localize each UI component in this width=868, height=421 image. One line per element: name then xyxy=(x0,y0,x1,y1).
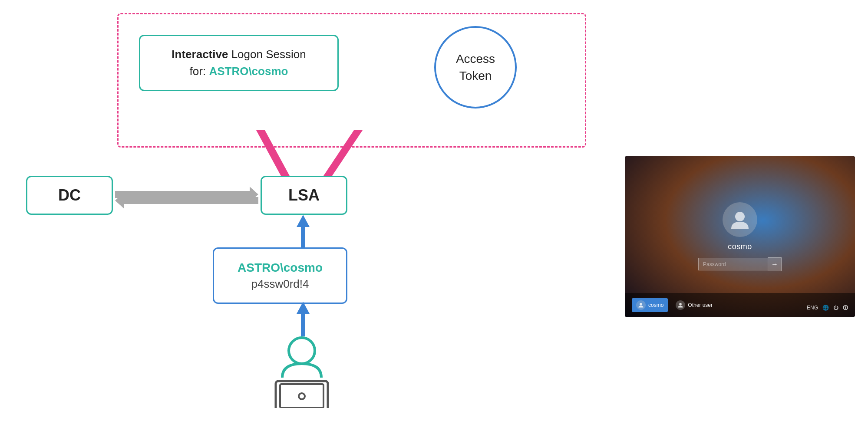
blue-arrow-creds-to-lsa xyxy=(297,215,310,250)
win-shutdown-icon[interactable]: ⏼ xyxy=(843,305,848,311)
creds-password: p4ssw0rd!4 xyxy=(251,277,309,291)
svg-rect-8 xyxy=(276,381,328,408)
logon-session-text: Logon Session xyxy=(228,48,306,61)
svg-point-13 xyxy=(640,303,642,306)
win-user-icon-small-other xyxy=(676,300,685,310)
creds-box: ASTRO\cosmo p4ssw0rd!4 xyxy=(213,247,347,304)
user-laptop-icon xyxy=(265,334,339,408)
access-token-circle: Access Token xyxy=(434,26,517,109)
logon-session-for: for: xyxy=(190,65,209,78)
logon-session-box: Interactive Logon Session for: ASTRO\cos… xyxy=(139,35,339,91)
dc-box: DC xyxy=(26,176,113,215)
win-user-icon-small-cosmo xyxy=(636,300,646,310)
win-password-input[interactable] xyxy=(698,258,768,270)
win-user-item-other[interactable]: Other user xyxy=(671,298,717,312)
win-username-label: cosmo xyxy=(728,242,752,251)
win-bottom-right-icons: ENG 🌐 ⏻ ⏼ xyxy=(807,305,848,311)
svg-point-10 xyxy=(299,393,305,399)
dc-label: DC xyxy=(58,186,81,204)
logon-session-user: ASTRO\cosmo xyxy=(209,65,288,78)
windows-login-screenshot: cosmo → cosmo xyxy=(625,156,855,317)
win-lang-label: ENG xyxy=(807,305,818,311)
creds-username: ASTRO\cosmo xyxy=(238,261,323,275)
win-bottom-bar: cosmo Other user ENG 🌐 ⏻ ⏼ xyxy=(625,293,855,317)
win-avatar xyxy=(723,202,757,237)
svg-marker-6 xyxy=(297,302,310,336)
diagram-container: Interactive Logon Session for: ASTRO\cos… xyxy=(0,0,868,421)
svg-point-12 xyxy=(735,212,745,221)
gray-double-arrow xyxy=(115,187,258,208)
logon-session-bold: Interactive xyxy=(172,48,228,61)
svg-marker-5 xyxy=(297,215,310,250)
win-user2-label: Other user xyxy=(688,302,713,308)
win-power-icon[interactable]: ⏻ xyxy=(833,305,838,311)
lsa-label: LSA xyxy=(288,186,320,204)
win-user-item-cosmo[interactable]: cosmo xyxy=(632,298,668,312)
access-token-line2: Token xyxy=(459,69,492,82)
access-token-line1: Access xyxy=(456,52,495,66)
win-avatar-icon xyxy=(729,209,751,230)
win-password-row: → xyxy=(698,257,782,271)
svg-point-7 xyxy=(289,338,315,364)
win-user-avatar-icon xyxy=(638,302,644,308)
lsa-box: LSA xyxy=(261,176,347,215)
svg-point-14 xyxy=(680,303,682,306)
svg-marker-0 xyxy=(256,130,293,182)
win-globe-icon: 🌐 xyxy=(822,305,829,311)
blue-arrow-user-to-creds xyxy=(297,302,310,336)
win-other-user-avatar-icon xyxy=(677,302,683,308)
win-submit-button[interactable]: → xyxy=(768,257,782,271)
svg-rect-9 xyxy=(280,384,323,408)
svg-marker-1 xyxy=(319,130,363,182)
win-user1-label: cosmo xyxy=(648,302,663,308)
